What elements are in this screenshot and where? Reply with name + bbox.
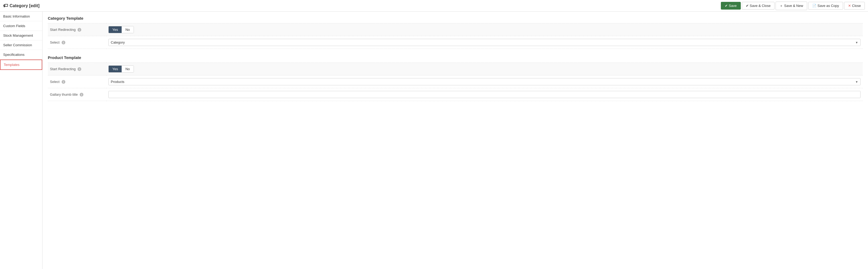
save-copy-icon: 📄 — [812, 4, 816, 8]
category-select-arrow-icon: ▼ — [855, 41, 858, 44]
header: 🏷 Category [edit] ✔ Save ✔ Save & Close … — [0, 0, 868, 12]
sidebar-item-specifications[interactable]: Specifications — [0, 50, 42, 60]
page-title: 🏷 Category [edit] — [3, 3, 39, 8]
category-select-info-icon[interactable]: i — [62, 41, 65, 44]
gallery-thumb-title-input[interactable] — [108, 91, 861, 98]
header-actions: ✔ Save ✔ Save & Close ＋ Save & New 📄 Sav… — [721, 2, 865, 10]
sidebar-item-templates[interactable]: Templates — [0, 60, 42, 70]
save-new-icon: ＋ — [780, 3, 783, 8]
category-start-redirecting-toggle: Yes No — [108, 26, 134, 33]
main-content: Category Template Start Redirecting i Ye… — [42, 12, 868, 269]
save-close-button[interactable]: ✔ Save & Close — [742, 2, 775, 9]
gallery-thumb-title-row: Gallary thumb title i — [48, 88, 863, 101]
product-select-label: Select — [50, 80, 60, 84]
category-select-row: Select i Category ▼ — [48, 36, 863, 49]
save-copy-button[interactable]: 📄 Save as Copy — [808, 2, 843, 9]
category-start-redirecting-yes-btn[interactable]: Yes — [108, 26, 122, 33]
category-template-title: Category Template — [48, 16, 863, 21]
sidebar-item-seller-commission[interactable]: Seller Commission — [0, 40, 42, 50]
sidebar: Basic Information Custom Fields Stock Ma… — [0, 12, 42, 269]
product-start-redirecting-info-icon[interactable]: i — [78, 67, 81, 71]
close-button[interactable]: ✕ Close — [844, 2, 865, 9]
product-template-title: Product Template — [48, 55, 863, 60]
product-select-dropdown[interactable]: Products ▼ — [108, 78, 861, 85]
save-new-button[interactable]: ＋ Save & New — [776, 2, 807, 10]
category-icon: 🏷 — [3, 3, 8, 8]
close-icon: ✕ — [848, 4, 851, 8]
product-template-table: Start Redirecting i Yes No Select i — [48, 62, 863, 101]
category-start-redirecting-label: Start Redirecting — [50, 28, 76, 32]
category-select-label: Select — [50, 40, 60, 44]
save-button[interactable]: ✔ Save — [721, 2, 741, 9]
product-start-redirecting-no-btn[interactable]: No — [122, 66, 133, 72]
category-start-redirecting-row: Start Redirecting i Yes No — [48, 23, 863, 36]
product-select-info-icon[interactable]: i — [62, 80, 65, 84]
product-select-arrow-icon: ▼ — [855, 80, 858, 84]
category-template-table: Start Redirecting i Yes No Select i — [48, 23, 863, 49]
category-start-redirecting-no-btn[interactable]: No — [122, 26, 133, 33]
sidebar-item-basic-information[interactable]: Basic Information — [0, 12, 42, 21]
category-select-value: Category — [111, 40, 125, 44]
product-select-value: Products — [111, 80, 124, 84]
product-select-row: Select i Products ▼ — [48, 76, 863, 88]
save-icon: ✔ — [725, 4, 728, 8]
gallery-thumb-title-info-icon[interactable]: i — [80, 93, 84, 96]
category-select-dropdown[interactable]: Category ▼ — [108, 39, 861, 46]
sidebar-item-stock-management[interactable]: Stock Management — [0, 31, 42, 40]
sidebar-item-custom-fields[interactable]: Custom Fields — [0, 21, 42, 31]
layout: Basic Information Custom Fields Stock Ma… — [0, 12, 868, 269]
product-start-redirecting-row: Start Redirecting i Yes No — [48, 63, 863, 76]
product-start-redirecting-yes-btn[interactable]: Yes — [108, 66, 122, 72]
product-start-redirecting-toggle: Yes No — [108, 65, 134, 72]
category-start-redirecting-info-icon[interactable]: i — [78, 28, 81, 32]
product-start-redirecting-label: Start Redirecting — [50, 67, 76, 71]
save-close-icon: ✔ — [746, 4, 749, 8]
gallery-thumb-title-label: Gallary thumb title — [50, 92, 78, 96]
